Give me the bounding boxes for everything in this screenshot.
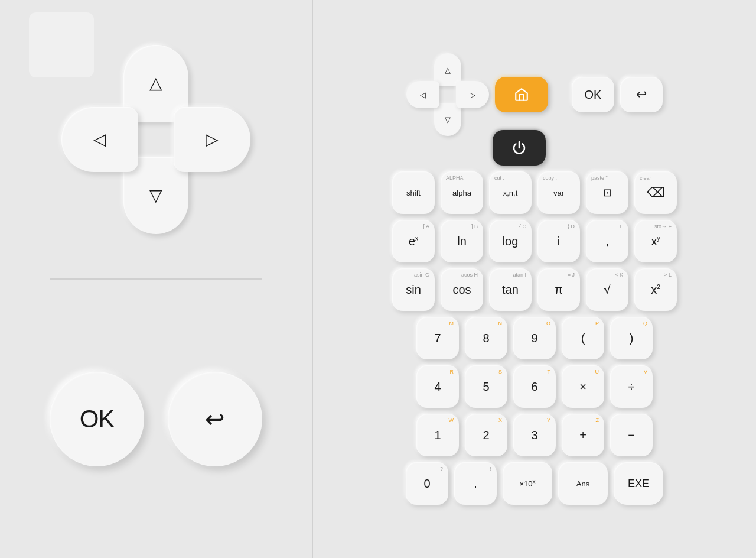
- btn-1[interactable]: W 1: [416, 414, 459, 456]
- exp-button[interactable]: [ A ex: [392, 220, 435, 262]
- cut-top-label: cut :: [494, 176, 504, 181]
- lparen-top: P: [595, 321, 599, 326]
- copy-button[interactable]: copy ; var: [537, 171, 580, 214]
- btn-minus[interactable]: −: [610, 414, 653, 456]
- tan-top: atan I: [513, 272, 526, 278]
- calc-row-5: R 4 S 5 T 6 U × V ÷: [392, 365, 677, 408]
- mini-dpad-right[interactable]: ▷: [456, 81, 489, 108]
- 8-top: N: [498, 321, 503, 326]
- 6-top: T: [548, 369, 551, 375]
- pi-button[interactable]: = J π: [537, 268, 580, 311]
- plus-top: Z: [596, 418, 599, 423]
- home-button[interactable]: [495, 77, 548, 112]
- cut-button[interactable]: cut : x,n,t: [489, 171, 532, 214]
- btn-mul[interactable]: U ×: [562, 365, 604, 408]
- back-icon-small: ↩: [636, 87, 647, 102]
- calc-row-3: asin G sin acos H cos atan I tan = J π <…: [392, 268, 677, 311]
- sqrt-button[interactable]: < K √: [586, 268, 628, 311]
- rparen-main: ): [630, 332, 634, 344]
- btn-3[interactable]: Y 3: [513, 414, 556, 456]
- sin-main: sin: [406, 284, 421, 296]
- power-button[interactable]: [493, 130, 546, 166]
- btn-6[interactable]: T 6: [513, 365, 556, 408]
- comma-main: ,: [605, 235, 609, 247]
- alpha-button[interactable]: ALPHA alpha: [441, 171, 483, 214]
- copy-main-label: var: [553, 189, 564, 197]
- btn-9[interactable]: O 9: [513, 317, 556, 359]
- log-button[interactable]: { C log: [489, 220, 532, 262]
- i-button[interactable]: } D i: [537, 220, 580, 262]
- calc-row-0: △ ▽ ◁ ▷: [392, 53, 677, 136]
- 3-top: Y: [547, 418, 550, 423]
- pi-top: = J: [568, 272, 575, 278]
- alpha-top-label: ALPHA: [446, 176, 464, 181]
- pow-top: sto→ F: [654, 224, 672, 229]
- cos-top: acos H: [461, 272, 478, 278]
- 3-main: 3: [531, 429, 537, 441]
- dpad-right-button[interactable]: ▷: [174, 107, 250, 172]
- mini-dpad: △ ▽ ◁ ▷: [406, 53, 489, 136]
- 7-top: M: [449, 321, 454, 326]
- copy-top-label: copy ;: [543, 176, 557, 181]
- ok-button-large[interactable]: OK: [50, 372, 144, 466]
- btn-5[interactable]: S 5: [465, 365, 507, 408]
- plus-main: +: [579, 429, 586, 441]
- 1-top: W: [449, 418, 454, 423]
- btn-div[interactable]: V ÷: [610, 365, 653, 408]
- calc-row-7: ? 0 ! . ×10x Ans EXE: [392, 462, 677, 505]
- mini-dpad-left[interactable]: ◁: [406, 81, 439, 108]
- ln-top: ] B: [471, 224, 478, 229]
- div-main: ÷: [628, 381, 635, 392]
- calc-row-4: M 7 N 8 O 9 P ( Q ): [392, 317, 677, 359]
- 2-top: X: [498, 418, 502, 423]
- shift-button[interactable]: shift: [392, 171, 435, 214]
- comma-button[interactable]: _ E ,: [586, 220, 628, 262]
- xsq-button[interactable]: > L x2: [634, 268, 677, 311]
- btn-4[interactable]: R 4: [416, 365, 459, 408]
- pow-button[interactable]: sto→ F xy: [634, 220, 677, 262]
- btn-x10[interactable]: ×10x: [503, 462, 552, 505]
- 9-top: O: [546, 321, 550, 326]
- mini-dpad-up[interactable]: △: [434, 53, 461, 86]
- clear-top-label: clear: [640, 176, 651, 181]
- left-panel: △ ▽ ◁ ▷ OK ↩: [0, 0, 313, 558]
- btn-7[interactable]: M 7: [416, 317, 459, 359]
- right-arrow-icon: ▷: [206, 131, 219, 148]
- exp-main: ex: [409, 235, 418, 247]
- dot-main: .: [474, 478, 477, 489]
- calc-row-1: shift ALPHA alpha cut : x,n,t copy ; var…: [392, 171, 677, 214]
- dpad-left-button[interactable]: ◁: [61, 107, 138, 172]
- btn-8[interactable]: N 8: [465, 317, 507, 359]
- btn-exe[interactable]: EXE: [614, 462, 663, 505]
- sin-button[interactable]: asin G sin: [392, 268, 435, 311]
- ln-main: ln: [457, 235, 467, 247]
- tan-button[interactable]: atan I tan: [489, 268, 532, 311]
- ans-main: Ans: [576, 480, 589, 488]
- btn-lparen[interactable]: P (: [562, 317, 604, 359]
- back-button-large[interactable]: ↩: [168, 372, 262, 466]
- mini-dpad-down[interactable]: ▽: [434, 103, 461, 136]
- 5-main: 5: [483, 381, 489, 392]
- shift-label: shift: [406, 189, 421, 197]
- paste-top-label: paste ": [591, 176, 608, 181]
- mini-up-icon: △: [445, 66, 451, 74]
- clear-button[interactable]: clear ⌫: [634, 171, 677, 214]
- ok-button-small[interactable]: OK: [572, 77, 614, 112]
- ln-button[interactable]: ] B ln: [441, 220, 483, 262]
- btn-ans[interactable]: Ans: [558, 462, 608, 505]
- paste-button[interactable]: paste " ⊡: [586, 171, 628, 214]
- 4-main: 4: [434, 381, 441, 392]
- btn-2[interactable]: X 2: [465, 414, 507, 456]
- tan-main: tan: [502, 284, 519, 296]
- 7-main: 7: [434, 332, 441, 344]
- pi-main: π: [555, 284, 563, 296]
- back-button-small[interactable]: ↩: [620, 77, 663, 112]
- sqrt-top: < K: [615, 272, 623, 278]
- up-arrow-icon: △: [149, 75, 162, 92]
- left-top-section: △ ▽ ◁ ▷: [61, 0, 250, 278]
- btn-dot[interactable]: ! .: [454, 462, 497, 505]
- btn-rparen[interactable]: Q ): [610, 317, 653, 359]
- cos-button[interactable]: acos H cos: [441, 268, 483, 311]
- btn-0[interactable]: ? 0: [406, 462, 448, 505]
- btn-plus[interactable]: Z +: [562, 414, 604, 456]
